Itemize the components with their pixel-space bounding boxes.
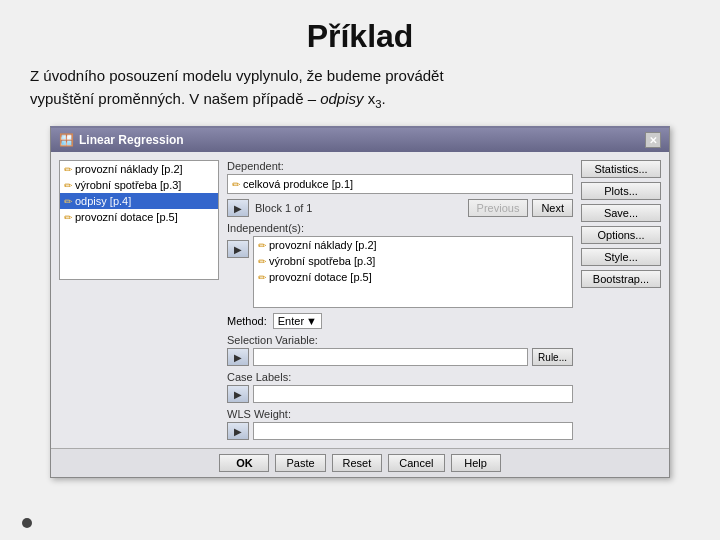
wls-input[interactable] (253, 422, 573, 440)
save-button[interactable]: Save... (581, 204, 661, 222)
pencil-icon-0: ✏ (64, 164, 72, 175)
dialog-footer: OK Paste Reset Cancel Help (51, 448, 669, 477)
method-row: Method: Enter ▼ (227, 313, 573, 329)
arrow-to-selection-button[interactable]: ▶ (227, 348, 249, 366)
independent-section: ▶ ✏ provozní náklady [p.2] ✏ výrobní spo… (227, 236, 573, 308)
options-button[interactable]: Options... (581, 226, 661, 244)
arrow-to-dependent-button[interactable]: ▶ (227, 199, 249, 217)
var-item-1[interactable]: ✏ výrobní spotřeba [p.3] (60, 177, 218, 193)
pencil-icon-1: ✏ (64, 180, 72, 191)
indep-pencil-0: ✏ (258, 240, 266, 251)
arrow-to-independent-button[interactable]: ▶ (227, 240, 249, 258)
pencil-icon-2: ✏ (64, 196, 72, 207)
bootstrap-button[interactable]: Bootstrap... (581, 270, 661, 288)
indep-item-0[interactable]: ✏ provozní náklady [p.2] (254, 237, 572, 253)
dialog-titlebar: 🪟 Linear Regression ✕ (51, 128, 669, 152)
rule-button[interactable]: Rule... (532, 348, 573, 366)
linear-regression-dialog: 🪟 Linear Regression ✕ ✏ provozní náklady… (50, 126, 670, 478)
selection-input[interactable] (253, 348, 528, 366)
indep-item-2[interactable]: ✏ provozní dotace [p.5] (254, 269, 572, 285)
var-item-0[interactable]: ✏ provozní náklady [p.2] (60, 161, 218, 177)
pencil-icon-3: ✏ (64, 212, 72, 223)
indep-pencil-2: ✏ (258, 272, 266, 283)
wls-label: WLS Weight: (227, 408, 573, 420)
selection-label: Selection Variable: (227, 334, 573, 346)
selection-section: Selection Variable: ▶ Rule... (227, 334, 573, 366)
action-buttons-panel: Statistics... Plots... Save... Options..… (581, 160, 661, 440)
wls-section: WLS Weight: ▶ (227, 408, 573, 440)
help-button[interactable]: Help (451, 454, 501, 472)
prev-button[interactable]: Previous (468, 199, 529, 217)
next-button[interactable]: Next (532, 199, 573, 217)
variable-list-panel: ✏ provozní náklady [p.2] ✏ výrobní spotř… (59, 160, 219, 440)
arrow-to-wls-button[interactable]: ▶ (227, 422, 249, 440)
cancel-button[interactable]: Cancel (388, 454, 444, 472)
page-content: Příklad Z úvodního posouzení modelu vypl… (0, 0, 720, 488)
style-button[interactable]: Style... (581, 248, 661, 266)
method-select[interactable]: Enter ▼ (273, 313, 322, 329)
ok-button[interactable]: OK (219, 454, 269, 472)
block-nav-buttons: Previous Next (468, 199, 573, 217)
block-row: Block 1 of 1 Previous Next (255, 199, 573, 217)
indep-pencil-1: ✏ (258, 256, 266, 267)
arrow-to-case-button[interactable]: ▶ (227, 385, 249, 403)
reset-button[interactable]: Reset (332, 454, 383, 472)
independent-arrows: ▶ (227, 236, 249, 308)
dialog-body: ✏ provozní náklady [p.2] ✏ výrobní spotř… (51, 152, 669, 448)
case-labels-input[interactable] (253, 385, 573, 403)
dependent-pencil-icon: ✏ (232, 179, 240, 190)
var-item-2[interactable]: ✏ odpisy [p.4] (60, 193, 218, 209)
indep-item-1[interactable]: ✏ výrobní spotřeba [p.3] (254, 253, 572, 269)
dialog-title: 🪟 Linear Regression (59, 133, 184, 147)
dependent-label: Dependent: (227, 160, 573, 172)
var-item-3[interactable]: ✏ provozní dotace [p.5] (60, 209, 218, 225)
independent-listbox[interactable]: ✏ provozní náklady [p.2] ✏ výrobní spotř… (253, 236, 573, 308)
independent-label: Independent(s): (227, 222, 573, 234)
method-dropdown-icon: ▼ (306, 315, 317, 327)
intro-text: Z úvodního posouzení modelu vyplynulo, ž… (30, 65, 690, 112)
variable-listbox[interactable]: ✏ provozní náklady [p.2] ✏ výrobní spotř… (59, 160, 219, 280)
paste-button[interactable]: Paste (275, 454, 325, 472)
dependent-field[interactable]: ✏ celková produkce [p.1] (227, 174, 573, 194)
method-label: Method: (227, 315, 267, 327)
case-label: Case Labels: (227, 371, 573, 383)
plots-button[interactable]: Plots... (581, 182, 661, 200)
dialog-icon: 🪟 (59, 133, 74, 147)
bullet-point (22, 518, 32, 528)
statistics-button[interactable]: Statistics... (581, 160, 661, 178)
case-labels-section: Case Labels: ▶ (227, 371, 573, 403)
dialog-close-button[interactable]: ✕ (645, 132, 661, 148)
page-title: Příklad (30, 18, 690, 55)
